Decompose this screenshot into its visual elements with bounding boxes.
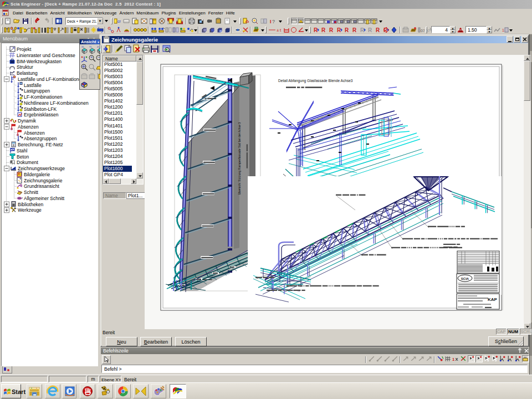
svg-text:X: X — [455, 357, 458, 362]
svg-text:−: − — [98, 55, 100, 59]
svg-text:cm: cm — [117, 19, 121, 23]
svg-text:XL: XL — [81, 45, 85, 48]
svg-text:R: R — [314, 27, 318, 33]
svg-text:SCIA: SCIA — [461, 277, 469, 280]
svg-text:1: 1 — [502, 28, 504, 32]
svg-text:R: R — [345, 27, 349, 33]
svg-text:KAP: KAP — [488, 297, 498, 302]
svg-text:I: I — [270, 19, 272, 24]
svg-text:?: ? — [272, 19, 275, 24]
svg-text:+: + — [90, 55, 93, 59]
svg-text:R: R — [376, 27, 380, 33]
svg-text:R: R — [321, 27, 326, 33]
svg-text:07: 07 — [421, 29, 424, 33]
svg-text:YL: YL — [89, 45, 93, 48]
svg-text:Übersicht Stützung Rampenfassa: Übersicht Stützung Rampenfassade Süd bei… — [238, 122, 241, 195]
svg-text:R: R — [352, 27, 357, 33]
svg-text:ZL: ZL — [97, 45, 100, 48]
svg-text:R: R — [337, 27, 341, 33]
svg-text:±: ± — [277, 28, 279, 33]
svg-text:Detail Abfangung Glasfassade B: Detail Abfangung Glasfassade Blende Achs… — [278, 79, 353, 83]
svg-text:R: R — [329, 27, 334, 33]
svg-text:1: 1 — [452, 357, 454, 362]
svg-text:t: t — [280, 28, 282, 33]
svg-text:R: R — [360, 27, 365, 33]
svg-text:R: R — [368, 27, 372, 33]
